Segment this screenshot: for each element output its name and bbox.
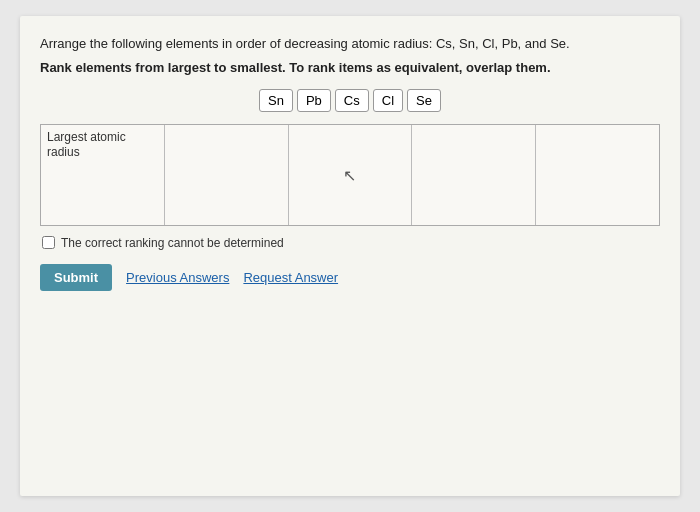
- instruction-text: Rank elements from largest to smallest. …: [40, 60, 660, 75]
- token-se[interactable]: Se: [407, 89, 441, 112]
- ranking-table-wrapper: Largest atomic radius↖: [40, 124, 660, 226]
- footer: Submit Previous Answers Request Answer: [40, 264, 660, 291]
- cursor-icon: ↖: [343, 165, 356, 184]
- checkbox-area: The correct ranking cannot be determined: [40, 236, 660, 250]
- ranking-col-4[interactable]: [412, 125, 536, 225]
- ranking-col-1[interactable]: Largest atomic radius: [41, 125, 165, 225]
- col-label-1: Largest atomic radius: [47, 130, 126, 159]
- ranking-col-3[interactable]: ↖: [288, 125, 412, 225]
- ranking-col-2[interactable]: [165, 125, 289, 225]
- token-pb[interactable]: Pb: [297, 89, 331, 112]
- ranking-row: Largest atomic radius↖: [41, 125, 659, 225]
- cannot-determine-checkbox[interactable]: [42, 236, 55, 249]
- question-text: Arrange the following elements in order …: [40, 34, 660, 54]
- tokens-area: SnPbCsClSe: [40, 89, 660, 112]
- submit-button[interactable]: Submit: [40, 264, 112, 291]
- question-page: Arrange the following elements in order …: [20, 16, 680, 496]
- token-sn[interactable]: Sn: [259, 89, 293, 112]
- cannot-determine-label: The correct ranking cannot be determined: [61, 236, 284, 250]
- request-answer-link[interactable]: Request Answer: [243, 270, 338, 285]
- previous-answers-link[interactable]: Previous Answers: [126, 270, 229, 285]
- token-cl[interactable]: Cl: [373, 89, 403, 112]
- ranking-table: Largest atomic radius↖: [41, 125, 659, 225]
- token-cs[interactable]: Cs: [335, 89, 369, 112]
- ranking-col-5[interactable]: [535, 125, 659, 225]
